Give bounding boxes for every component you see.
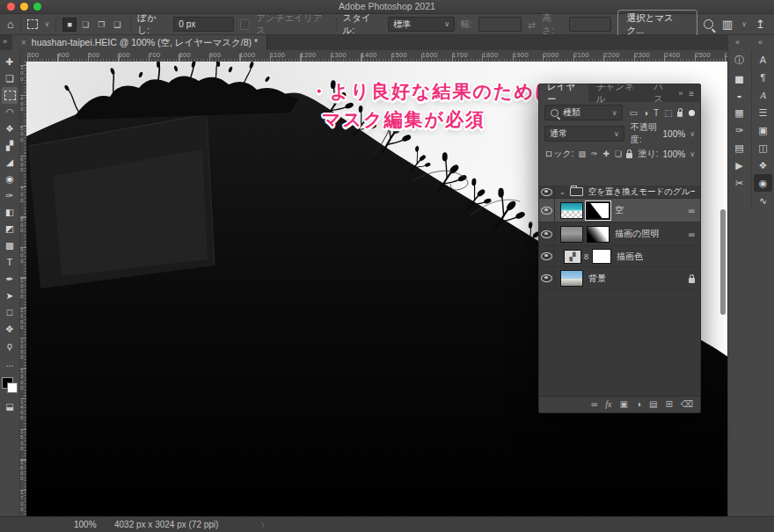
paragraph-panel-icon[interactable]: ¶ (754, 69, 772, 86)
opacity-value[interactable]: 100% (663, 129, 686, 139)
delete-layer-icon[interactable]: ⌫ (681, 400, 693, 409)
tool-presets-panel-icon[interactable]: ✂ (730, 174, 748, 192)
width-input[interactable] (478, 17, 522, 32)
layer-thumbnail[interactable] (560, 226, 583, 243)
lock-filter-icon[interactable] (677, 112, 683, 117)
layer-group-row[interactable]: ⌄ 空を置き換えモードのグループ (539, 186, 700, 199)
tool-spot-healing[interactable]: ◉ (2, 171, 18, 187)
collapse-dock-icon[interactable]: « (758, 38, 763, 47)
link-layers-icon[interactable]: ∞ (591, 400, 597, 409)
layer-row-lighting[interactable]: 描画の照明 ∞ (539, 222, 700, 246)
selection-mode-icon[interactable]: ❑ (110, 18, 124, 32)
filter-kind-icon[interactable]: T (654, 108, 659, 118)
brushes-panel-icon[interactable]: ▤ (730, 139, 748, 157)
status-chevron-icon[interactable]: 〉 (260, 520, 269, 532)
fill-value[interactable]: 100% (663, 149, 686, 159)
horizontal-ruler[interactable]: 3004005006007008009001000110012001300140… (19, 50, 728, 62)
lock-option-icon[interactable]: ▨ (578, 149, 586, 158)
filter-kind-icon[interactable]: ◑ (643, 108, 648, 118)
workspace-icon[interactable]: ▥ (722, 18, 733, 30)
home-icon[interactable]: ⌂ (7, 18, 14, 30)
layers-panel-icon[interactable]: ❖ (754, 157, 772, 174)
lock-option-icon[interactable]: ❏ (615, 149, 622, 158)
channels-panel-icon[interactable]: ◉ (754, 174, 772, 192)
tool-gradient[interactable]: ▩ (2, 237, 18, 254)
layer-row-color[interactable]: ▞ 8 描画色 (539, 246, 700, 267)
fill-layer-icon[interactable]: ▞ (564, 250, 581, 264)
height-input[interactable] (569, 17, 612, 32)
chevron-down-icon[interactable]: ∨ (741, 20, 747, 28)
layer-thumbnail[interactable] (560, 270, 583, 287)
filter-toggle-icon[interactable] (689, 110, 695, 116)
share-icon[interactable]: ↥ (756, 18, 765, 30)
swap-dimensions-icon[interactable]: ⇄ (528, 19, 536, 30)
tool-rectangle[interactable]: □ (2, 304, 18, 321)
tool-object-selection[interactable]: ❖ (2, 120, 18, 137)
selection-mode-icon[interactable]: ❏ (78, 18, 92, 32)
selection-mode-icon[interactable]: ■ (62, 18, 77, 32)
tool-clone-stamp[interactable]: ◧ (2, 204, 18, 221)
layer-row-sky[interactable]: 空 ∞ (539, 199, 700, 222)
search-icon[interactable] (704, 19, 713, 29)
visibility-cell[interactable] (539, 246, 555, 266)
add-layer-mask-icon[interactable]: ▣ (620, 400, 628, 409)
document-tab[interactable]: × huashan-taipei.HEIC @ 100% (空, レイヤーマスク… (12, 35, 267, 50)
chevron-down-icon[interactable]: ∨ (690, 150, 695, 158)
tab-paths[interactable]: パス (646, 84, 678, 102)
filter-kind-icon[interactable]: ▭ (630, 108, 638, 118)
tab-layers[interactable]: レイヤー (539, 84, 588, 102)
layer-mask-thumbnail[interactable] (592, 249, 611, 264)
lock-all-icon[interactable] (626, 153, 632, 158)
visibility-cell[interactable] (539, 199, 555, 222)
tab-channels[interactable]: チャンネル (588, 84, 646, 102)
tool-eraser[interactable]: ◩ (2, 221, 18, 237)
adjustment-layer-icon[interactable]: ◑ (636, 400, 641, 409)
group-disclosure-icon[interactable]: ⌄ (559, 188, 566, 196)
layer-effects-icon[interactable]: fx (605, 400, 611, 409)
layer-mask-thumbnail[interactable] (587, 202, 610, 219)
new-group-icon[interactable]: ▤ (649, 400, 657, 409)
libraries-panel-icon[interactable]: ▣ (754, 121, 772, 139)
glyphs-panel-icon[interactable]: A (754, 86, 772, 104)
chevron-down-icon[interactable]: ∨ (690, 130, 695, 138)
brush-settings-panel-icon[interactable]: ✑ (730, 121, 748, 139)
tool-pen[interactable]: ✒ (2, 271, 18, 288)
tab-overflow-icon[interactable]: » (3, 37, 7, 46)
minimize-window-button[interactable] (20, 3, 28, 11)
panel-menu-icon[interactable]: ≡ (689, 89, 694, 98)
lock-option-icon[interactable]: ✑ (591, 149, 598, 158)
chevron-down-icon[interactable]: ∨ (44, 20, 49, 28)
lock-option-icon[interactable]: ✚ (603, 149, 610, 158)
close-tab-icon[interactable]: × (21, 38, 26, 47)
tool-zoom[interactable]: ϙ (2, 338, 18, 354)
new-layer-icon[interactable]: ⊞ (665, 400, 672, 409)
tool-hand[interactable]: ✥ (2, 321, 18, 338)
edit-toolbar-icon[interactable]: ⋯ (6, 361, 14, 370)
visibility-cell[interactable] (539, 222, 555, 245)
info-panel-icon[interactable]: ⓘ (730, 51, 748, 69)
visibility-cell[interactable] (539, 186, 555, 198)
swatches-panel-icon[interactable]: ▦ (730, 104, 748, 121)
tool-path-selection[interactable]: ➤ (2, 288, 18, 304)
filter-kind-icon[interactable]: ⬚ (664, 108, 672, 118)
layer-row-background[interactable]: 背景 (539, 267, 700, 290)
layer-comps-panel-icon[interactable]: ◫ (754, 139, 772, 157)
tool-brush[interactable]: ✑ (2, 187, 18, 204)
tool-crop[interactable]: ▞ (2, 137, 18, 154)
collapse-panel-icon[interactable]: » (678, 89, 683, 98)
screen-mode-icon[interactable]: ⬓ (5, 402, 13, 412)
close-window-button[interactable] (7, 3, 15, 11)
style-select[interactable]: 標準 ∨ (388, 17, 455, 32)
layer-mask-thumbnail[interactable] (587, 226, 610, 243)
tool-rectangular-marquee[interactable] (2, 87, 18, 104)
properties-panel-icon[interactable]: ☰ (754, 104, 772, 121)
tool-eyedropper[interactable]: ◢ (2, 154, 18, 171)
actions-panel-icon[interactable]: ▶ (730, 157, 748, 174)
document-scrollbar[interactable] (720, 209, 726, 315)
filter-type-select[interactable]: 種類 ∨ (544, 105, 623, 120)
layer-thumbnail[interactable] (560, 202, 583, 219)
collapse-dock-icon[interactable]: « (735, 38, 740, 47)
feather-input[interactable]: 0 px (173, 17, 233, 32)
selection-mode-icon[interactable]: ❐ (94, 18, 108, 32)
color-panel-icon[interactable]: ◒ (730, 86, 748, 104)
